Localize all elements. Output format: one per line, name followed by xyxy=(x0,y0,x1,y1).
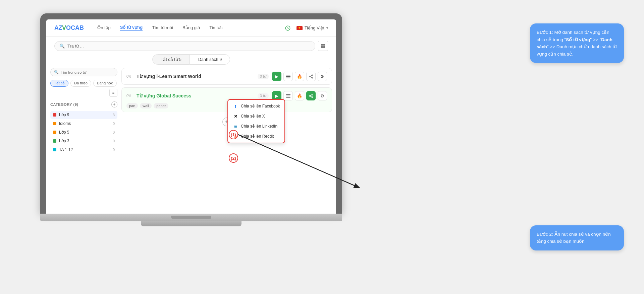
category-color-dot xyxy=(53,131,56,134)
share-x[interactable]: ✕ Chia sẻ lên X xyxy=(228,111,284,121)
add-category-button[interactable]: + xyxy=(111,101,117,107)
list-view-button-2[interactable] xyxy=(283,91,293,100)
nav-tim-tu-moi[interactable]: Tìm từ mới xyxy=(152,25,173,31)
vocab-count-2: 3 từ xyxy=(258,93,269,99)
category-name: Idioms xyxy=(59,121,110,126)
category-item-idioms[interactable]: Idioms 0 xyxy=(50,120,117,128)
share-button-1[interactable] xyxy=(306,72,316,81)
svg-line-12 xyxy=(310,75,312,76)
logo-ocab: OCAB xyxy=(66,24,84,31)
notification-icon[interactable] xyxy=(283,23,292,33)
nav-so-tu-vung[interactable]: Số từ vựng xyxy=(120,25,143,31)
logo-az: AZ xyxy=(54,24,62,31)
svg-point-10 xyxy=(312,77,313,78)
tab-all-words[interactable]: Tất cả từ 5 xyxy=(152,54,190,65)
svg-rect-2 xyxy=(323,44,325,46)
flashcard-button-1[interactable]: ▶ xyxy=(272,72,281,81)
category-count: 0 xyxy=(113,139,115,143)
navbar: AZVOCAB Ôn tập Số từ vựng Tìm từ mới Bản… xyxy=(46,19,336,37)
sidebar: 🔍 Tất cả Đã thạo Đang học ≡ CATEGORY (9) xyxy=(50,68,117,210)
settings-button-1[interactable]: ⚙ xyxy=(318,72,327,81)
flame-button-2[interactable]: 🔥 xyxy=(295,91,304,100)
category-item-ta112[interactable]: TA 1-12 0 xyxy=(50,146,117,154)
flame-button-1[interactable]: 🔥 xyxy=(295,72,304,81)
flag-icon xyxy=(297,26,303,30)
filter-mastered[interactable]: Đã thạo xyxy=(70,80,91,87)
nav-bang-gia[interactable]: Bảng giá xyxy=(182,25,200,31)
search-input[interactable] xyxy=(67,44,310,49)
search-area: 🔍 xyxy=(46,37,336,51)
vocab-card-2-header: 0% Từ vựng Global Success 3 từ ▶ 🔥 xyxy=(126,91,327,100)
lang-label: Tiếng Việt xyxy=(305,25,324,30)
category-item-lop3[interactable]: Lớp 3 0 xyxy=(50,137,117,145)
category-name: TA 1-12 xyxy=(59,147,110,152)
logo: AZVOCAB xyxy=(54,24,84,31)
vocab-card-2: 0% Từ vựng Global Success 3 từ ▶ 🔥 xyxy=(121,87,332,112)
filter-row: Tất cả Đã thạo Đang học ≡ xyxy=(50,80,117,97)
svg-rect-5 xyxy=(286,75,290,75)
vocab-tag-pan: pan xyxy=(126,103,138,108)
share-button-2[interactable] xyxy=(306,91,316,100)
category-count: 0 xyxy=(113,130,115,134)
category-count: 0 xyxy=(113,148,115,152)
svg-rect-4 xyxy=(323,46,325,48)
svg-line-20 xyxy=(310,95,312,95)
category-item-lop9[interactable]: Lớp 9 3 xyxy=(50,111,117,119)
language-selector[interactable]: Tiếng Việt ▾ xyxy=(297,25,328,30)
filter-all[interactable]: Tất cả xyxy=(50,80,68,87)
vocab-tags-2: pan wall paper xyxy=(126,103,327,108)
filter-learning[interactable]: Đang học xyxy=(93,80,117,87)
search-icon: 🔍 xyxy=(59,44,65,49)
svg-point-16 xyxy=(312,94,313,95)
share-facebook[interactable]: f Chia sẻ lên Facebook xyxy=(228,101,284,111)
annotation-circle-2: (2) xyxy=(229,153,238,163)
screen: AZVOCAB Ôn tập Số từ vựng Tìm từ mới Bản… xyxy=(46,19,336,214)
sidebar-search-icon: 🔍 xyxy=(54,70,59,74)
category-name: Lớp 3 xyxy=(59,139,110,143)
vocab-actions-1: ▶ 🔥 ⚙ xyxy=(272,72,327,81)
settings-button-2[interactable]: ⚙ xyxy=(318,91,327,100)
logo-v: V xyxy=(62,24,66,31)
x-icon: ✕ xyxy=(233,114,238,119)
vocab-count-1: 0 từ xyxy=(258,74,269,79)
facebook-icon: f xyxy=(233,103,238,109)
tabs-bar: Tất cả từ 5 Danh sách 9 xyxy=(46,51,336,65)
vocab-tag-paper: paper xyxy=(154,103,168,108)
vocab-tag-wall: wall xyxy=(140,103,152,108)
tab-lists[interactable]: Danh sách 9 xyxy=(190,54,230,65)
svg-line-19 xyxy=(310,96,312,97)
svg-rect-13 xyxy=(286,94,290,95)
search-box[interactable]: 🔍 xyxy=(54,41,315,51)
svg-rect-6 xyxy=(286,76,290,77)
chevron-down-icon: ▾ xyxy=(326,26,328,30)
sidebar-search-input[interactable] xyxy=(61,70,114,74)
category-header: CATEGORY (9) + xyxy=(50,101,117,107)
sidebar-search-box[interactable]: 🔍 xyxy=(50,68,117,76)
category-list: Lớp 9 3 Idioms 0 Lớp 5 xyxy=(50,111,117,154)
main-content: 🔍 Tất cả Đã thạo Đang học ≡ CATEGORY (9) xyxy=(46,65,336,214)
category-color-dot xyxy=(53,113,56,117)
share-facebook-label: Chia sẻ lên Facebook xyxy=(241,104,280,108)
vocab-list: 0% Từ vựng i-Learn Smart World 0 từ ▶ 🔥 xyxy=(121,68,332,210)
share-linkedin[interactable]: in Chia sẻ lên LinkedIn xyxy=(228,121,284,131)
svg-point-8 xyxy=(312,75,313,76)
share-x-label: Chia sẻ lên X xyxy=(241,114,265,119)
laptop-shell: AZVOCAB Ôn tập Số từ vựng Tìm từ mới Bản… xyxy=(40,13,342,226)
vocab-title-2: Từ vựng Global Success xyxy=(137,93,254,98)
category-color-dot xyxy=(53,122,56,125)
svg-point-18 xyxy=(312,96,313,97)
filter-settings-button[interactable]: ≡ xyxy=(109,89,117,97)
list-view-button-1[interactable] xyxy=(283,72,293,81)
svg-rect-15 xyxy=(286,97,290,97)
grid-view-button[interactable] xyxy=(318,41,328,51)
vocab-card-1: 0% Từ vựng i-Learn Smart World 0 từ ▶ 🔥 xyxy=(121,68,332,85)
category-name: Lớp 5 xyxy=(59,130,110,135)
svg-rect-1 xyxy=(321,44,323,46)
callout2-text: Bước 2: Ấn nút chia sẻ và chọn nền tảng … xyxy=(537,232,611,244)
svg-point-9 xyxy=(309,76,310,77)
nav-tin-tuc[interactable]: Tin tức xyxy=(209,25,222,31)
category-item-lop5[interactable]: Lớp 5 0 xyxy=(50,128,117,136)
nav-on-tap[interactable]: Ôn tập xyxy=(97,25,111,31)
share-linkedin-label: Chia sẻ lên LinkedIn xyxy=(241,124,277,129)
vocab-title-1: Từ vựng i-Learn Smart World xyxy=(137,74,254,79)
